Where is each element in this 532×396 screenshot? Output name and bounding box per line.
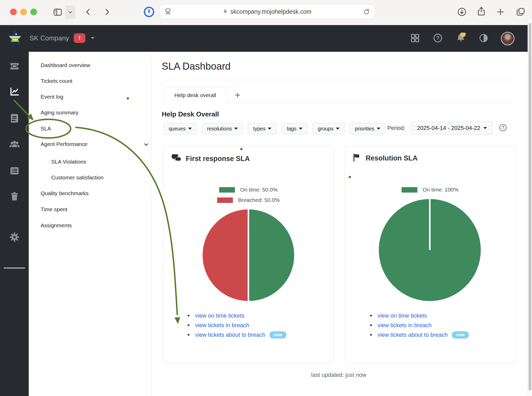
view-tickets-in-breach-link[interactable]: view tickets in breach [378,322,432,329]
filter-types[interactable]: types [248,123,277,134]
trash-icon[interactable] [9,191,20,203]
address-bar[interactable]: skcompany.mojohelpdesk.com [160,4,375,19]
knowledge-base-icon[interactable] [9,113,20,125]
flag-icon [352,153,361,163]
reader-view-icon[interactable] [160,8,176,16]
legend-swatch-on-time [402,187,417,193]
users-icon[interactable] [9,138,20,151]
sidebar-item-customer-satisfaction[interactable]: Customer satisfaction [51,172,146,183]
resolution-sla-card: Resolution SLA On time: 100% view on tim… [344,146,516,363]
settings-gear-icon[interactable] [9,231,20,244]
view-on-time-tickets-link[interactable]: view on time tickets [378,312,427,319]
page: skcompany.mojohelpdesk.com [0,0,532,396]
filter-priorities[interactable]: priorities [349,123,386,134]
chevron-down-icon[interactable] [143,141,150,149]
sidebar-item-agent-performance[interactable]: Agent Performance [41,139,146,149]
list-item: view tickets in breach [186,320,286,330]
view-tickets-about-to-breach-link[interactable]: view tickets about to breach [378,332,448,338]
legend-swatch-breached [217,197,233,203]
share-icon[interactable] [474,4,489,19]
view-tickets-about-to-breach-link[interactable]: view tickets about to breach [195,332,265,338]
sidebar-item-sla[interactable]: SLA [41,123,146,134]
card-links: view on time tickets view tickets in bre… [186,311,286,340]
account-switcher[interactable]: SK Company ! [6,27,96,49]
app-header: SK Company ! ? [0,25,532,52]
period-control: Period: 2025-04-14 - 2025-04-22 ? [387,122,507,135]
first-response-pie-chart [203,209,294,301]
reports-icon[interactable] [9,86,20,99]
first-response-sla-card: First response SLA On time: 50.0% Breach… [163,146,334,363]
svg-text:?: ? [436,35,440,41]
period-help-icon[interactable]: ? [499,123,507,133]
filter-tags[interactable]: tags [281,123,308,134]
scrollbar-thumb[interactable] [529,23,531,391]
forms-list-icon[interactable] [9,165,20,177]
svg-text:?: ? [502,125,505,130]
user-avatar[interactable] [501,32,514,45]
alert-badge[interactable]: ! [74,33,85,43]
zoom-window-button[interactable] [30,9,37,15]
sidebar-item-event-log[interactable]: Event log [41,92,146,102]
period-label: Period: [387,125,405,131]
tickets-icon[interactable] [9,60,20,73]
filter-resolutions[interactable]: resolutions [202,123,243,134]
resolution-pie-chart [379,199,481,301]
filter-groups[interactable]: groups [312,123,345,134]
account-caret-icon[interactable] [90,35,96,41]
last-updated-text: last updated: just now [162,372,516,378]
pie-legend: On time: 50.0% Breached: 50.0% [164,187,333,203]
tab-help-desk-overall[interactable]: Help desk overall [163,87,227,103]
chat-bubbles-icon [171,153,182,164]
legend-swatch-on-time [219,187,235,193]
list-item: view tickets about to breachnew [186,330,286,340]
tab-overview-icon[interactable] [513,5,528,19]
view-tickets-in-breach-link[interactable]: view tickets in breach [195,322,249,329]
view-on-time-tickets-link[interactable]: view on time tickets [195,312,245,319]
new-badge: new [269,331,286,339]
url-text[interactable]: skcompany.mojohelpdesk.com [231,8,312,15]
sidebar-item-tickets-count[interactable]: Tickets count [41,76,146,86]
add-tab-button[interactable]: + [230,87,245,103]
reports-sidebar: Dashboard overview Tickets count Event l… [29,52,151,396]
downloads-icon[interactable] [455,5,469,19]
sidebar-item-quality-benchmarks[interactable]: Quality benchmarks [41,188,146,199]
company-name: SK Company [29,34,69,42]
sidebar-item-assignments[interactable]: Assignments [41,220,146,231]
apps-grid-icon[interactable] [410,33,420,44]
sidebar-item-sla-violations[interactable]: SLA Violations [51,157,146,167]
section-heading: Help Desk Overall [162,110,219,118]
main-content: SLA Dashboard Help desk overall + Help D… [151,52,532,396]
window-controls [10,9,37,15]
close-window-button[interactable] [10,9,17,15]
new-badge: new [452,331,469,339]
card-links: view on time tickets view tickets in bre… [368,311,469,340]
new-tab-icon[interactable] [493,5,508,19]
list-item: view tickets about to breachnew [368,330,469,340]
period-dropdown[interactable]: 2025-04-14 - 2025-04-22 [411,122,493,135]
notifications-bell-icon[interactable] [455,33,466,45]
list-item: view on time tickets [186,311,286,320]
browser-toolbar: skcompany.mojohelpdesk.com [0,0,532,25]
rail-divider [4,268,25,268]
icon-rail [0,52,29,396]
filter-queues[interactable]: queues [163,123,197,134]
sidebar-item-time-spent[interactable]: Time spent [41,204,146,215]
scrollbar-track [528,19,532,396]
minimize-window-button[interactable] [20,9,27,15]
card-title: Resolution SLA [366,154,418,162]
sidebar-toggle-icon[interactable] [51,5,64,19]
password-manager-icon[interactable] [142,5,156,19]
sidebar-item-aging-summary[interactable]: Aging summary [41,107,146,118]
sidebar-item-dashboard-overview[interactable]: Dashboard overview [41,60,146,70]
reload-icon[interactable] [358,8,375,15]
back-button[interactable] [82,5,95,19]
sidebar-menu-chevron[interactable] [65,5,76,19]
page-title: SLA Dashboard [162,61,231,72]
mojo-logo-icon [6,27,24,49]
contrast-toggle-icon[interactable] [479,33,489,44]
lock-icon [223,8,228,15]
card-title: First response SLA [186,155,250,163]
help-icon[interactable]: ? [433,33,443,44]
list-item: view on time tickets [368,311,469,320]
forward-button[interactable] [100,5,114,19]
